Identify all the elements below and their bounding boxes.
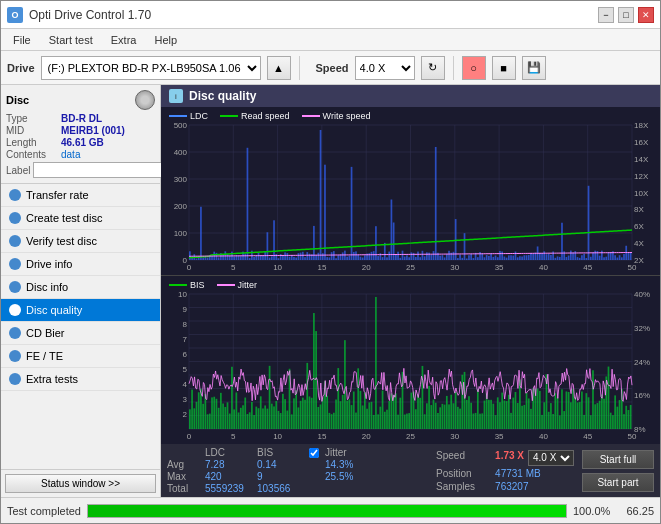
eject-button[interactable]: ▲: [267, 56, 291, 80]
start-full-button[interactable]: Start full: [582, 450, 654, 469]
top-legend: LDC Read speed Write speed: [163, 109, 376, 123]
scan-button[interactable]: ■: [492, 56, 516, 80]
sh-blank: [167, 447, 205, 458]
progress-bar-bg: [87, 504, 567, 518]
status-window-button[interactable]: Status window >>: [5, 474, 156, 493]
nav-icon-create: [9, 212, 21, 224]
nav-transfer-rate[interactable]: Transfer rate: [1, 184, 160, 207]
toolbar: Drive (F:) PLEXTOR BD-R PX-LB950SA 1.06 …: [1, 51, 660, 85]
app-title: Opti Drive Control 1.70: [29, 8, 151, 22]
nav-label-extra: Extra tests: [26, 373, 78, 385]
disc-button[interactable]: ○: [462, 56, 486, 80]
save-button[interactable]: 💾: [522, 56, 546, 80]
read-color: [220, 115, 238, 117]
speed-val: 1.73 X: [495, 450, 524, 466]
jitter-check-container[interactable]: [309, 447, 325, 458]
minimize-button[interactable]: −: [598, 7, 614, 23]
avg-ldc: 7.28: [205, 459, 257, 470]
length-key: Length: [6, 137, 61, 148]
action-buttons: Start full Start part: [582, 450, 654, 492]
mid-val: MEIRB1 (001): [61, 125, 125, 136]
menu-file[interactable]: File: [5, 32, 39, 48]
bottom-status-bar: Test completed 100.0% 66.25: [1, 497, 660, 523]
speed-label: Speed: [436, 450, 491, 466]
total-row: Total 5559239 103566: [167, 483, 428, 494]
legend-write: Write speed: [302, 111, 371, 121]
max-blank: [309, 471, 325, 482]
max-label: Max: [167, 471, 205, 482]
label-input[interactable]: [33, 162, 162, 178]
contents-val: data: [61, 149, 80, 160]
type-val: BD-R DL: [61, 113, 102, 124]
legend-jitter: Jitter: [217, 280, 258, 290]
samples-row: Samples 763207: [436, 481, 574, 492]
menu-extra[interactable]: Extra: [103, 32, 145, 48]
nav-disc-quality[interactable]: Disc quality: [1, 299, 160, 322]
status-right-val: 66.25: [619, 505, 654, 517]
legend-write-label: Write speed: [323, 111, 371, 121]
nav-label-disc-info: Disc info: [26, 281, 68, 293]
max-jitter: 25.5%: [325, 471, 383, 482]
speed-select[interactable]: 4.0 X: [355, 56, 415, 80]
stats-left: LDC BIS Jitter Avg 7.28 0.14 14.3%: [167, 447, 428, 494]
contents-key: Contents: [6, 149, 61, 160]
samples-val: 763207: [495, 481, 528, 492]
disc-panel: Disc Type BD-R DL MID MEIRB1 (001) Lengt…: [1, 85, 160, 184]
disc-load-icon[interactable]: [135, 90, 155, 110]
separator: [299, 56, 300, 80]
title-bar: O Opti Drive Control 1.70 − □ ✕: [1, 1, 660, 29]
legend-ldc-label: LDC: [190, 111, 208, 121]
legend-read-label: Read speed: [241, 111, 290, 121]
total-blank: [309, 483, 325, 494]
samples-label: Samples: [436, 481, 491, 492]
sh-jitter: Jitter: [325, 447, 383, 458]
total-ldc: 5559239: [205, 483, 257, 494]
app-icon: O: [7, 7, 23, 23]
start-part-button[interactable]: Start part: [582, 473, 654, 492]
nav-disc-info[interactable]: Disc info: [1, 276, 160, 299]
nav-label-transfer: Transfer rate: [26, 189, 89, 201]
stats-headers: LDC BIS Jitter: [167, 447, 428, 458]
jitter-checkbox[interactable]: [309, 448, 319, 458]
type-key: Type: [6, 113, 61, 124]
jitter-color: [217, 284, 235, 286]
refresh-button[interactable]: ↻: [421, 56, 445, 80]
mid-key: MID: [6, 125, 61, 136]
write-color: [302, 115, 320, 117]
position-row: Position 47731 MB: [436, 468, 574, 479]
position-label: Position: [436, 468, 491, 479]
legend-bis-label: BIS: [190, 280, 205, 290]
nav-verify-test-disc[interactable]: Verify test disc: [1, 230, 160, 253]
dq-title: Disc quality: [189, 89, 256, 103]
top-chart-canvas: [161, 107, 660, 275]
bottom-chart-canvas: [161, 276, 660, 444]
nav-fe-te[interactable]: FE / TE: [1, 345, 160, 368]
drive-label: Drive: [7, 62, 35, 74]
nav-icon-disc-info: [9, 281, 21, 293]
speed-row: Speed 1.73 X 4.0 X: [436, 450, 574, 466]
sidebar: Disc Type BD-R DL MID MEIRB1 (001) Lengt…: [1, 85, 161, 497]
nav-drive-info[interactable]: Drive info: [1, 253, 160, 276]
close-button[interactable]: ✕: [638, 7, 654, 23]
legend-bis: BIS: [169, 280, 205, 290]
nav-icon-disc-quality: [9, 304, 21, 316]
menu-start-test[interactable]: Start test: [41, 32, 101, 48]
drive-select[interactable]: (F:) PLEXTOR BD-R PX-LB950SA 1.06: [41, 56, 261, 80]
bottom-chart: BIS Jitter: [161, 276, 660, 444]
bis-color: [169, 284, 187, 286]
total-bis: 103566: [257, 483, 309, 494]
speed-label: Speed: [316, 62, 349, 74]
legend-ldc: LDC: [169, 111, 208, 121]
nav-cd-bier[interactable]: CD Bier: [1, 322, 160, 345]
avg-jitter: 14.3%: [325, 459, 383, 470]
menu-bar: File Start test Extra Help: [1, 29, 660, 51]
menu-help[interactable]: Help: [146, 32, 185, 48]
nav-icon-fe-te: [9, 350, 21, 362]
speed-select-small[interactable]: 4.0 X: [528, 450, 574, 466]
avg-row: Avg 7.28 0.14 14.3%: [167, 459, 428, 470]
nav-create-test-disc[interactable]: Create test disc: [1, 207, 160, 230]
position-val: 47731 MB: [495, 468, 541, 479]
maximize-button[interactable]: □: [618, 7, 634, 23]
nav-extra-tests[interactable]: Extra tests: [1, 368, 160, 391]
max-bis: 9: [257, 471, 309, 482]
